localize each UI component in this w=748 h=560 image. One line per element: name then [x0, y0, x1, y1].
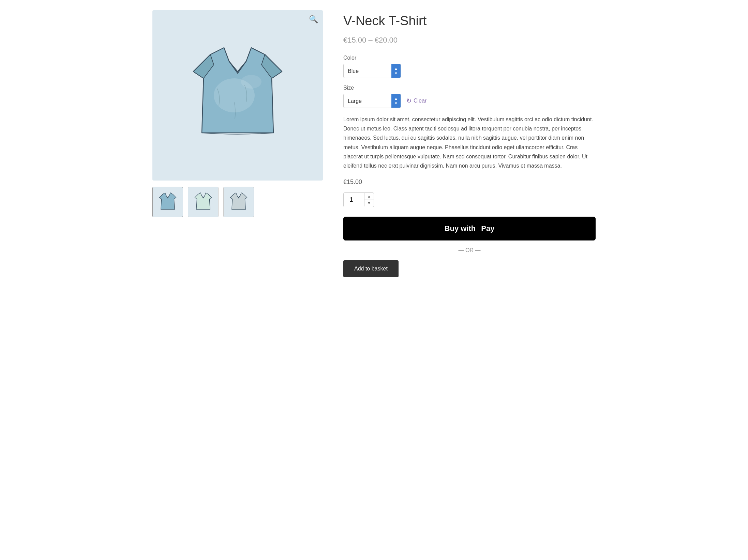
size-attribute: Size Small Medium Large X-Large ▲ ▼ ↻ [343, 85, 596, 108]
size-select-wrapper: Small Medium Large X-Large ▲ ▼ [343, 94, 401, 108]
size-down-arrow: ▼ [394, 101, 398, 105]
or-divider: — OR — [343, 247, 596, 253]
buy-with-label: Buy with [445, 224, 476, 233]
clear-label: Clear [414, 98, 427, 104]
thumbnail-1[interactable] [152, 187, 183, 217]
color-select-wrapper: Blue White Grey ▲ ▼ [343, 64, 401, 78]
size-row: Small Medium Large X-Large ▲ ▼ ↻ Clear [343, 94, 596, 108]
thumbnail-3[interactable] [223, 187, 254, 217]
product-info-section: V-Neck T-Shirt €15.00 – €20.00 Color Blu… [343, 10, 596, 277]
color-select-arrows[interactable]: ▲ ▼ [391, 64, 401, 78]
color-down-arrow: ▼ [394, 71, 398, 75]
thumbnails [152, 187, 323, 217]
svg-point-1 [241, 75, 261, 89]
clear-icon: ↻ [406, 97, 412, 105]
tshirt-illustration [183, 34, 292, 157]
product-price: €15.00 [343, 178, 596, 186]
color-select[interactable]: Blue White Grey [344, 65, 391, 77]
color-attribute: Color Blue White Grey ▲ ▼ [343, 55, 596, 78]
product-description: Lorem ipsum dolor sit amet, consectetur … [343, 115, 596, 170]
quantity-up-button[interactable]: ▲ [364, 193, 374, 200]
add-to-basket-button[interactable]: Add to basket [343, 260, 399, 277]
color-label: Color [343, 55, 596, 61]
size-select[interactable]: Small Medium Large X-Large [344, 95, 391, 107]
zoom-icon[interactable]: 🔍 [309, 15, 318, 24]
product-image-section: 🔍 [152, 10, 323, 277]
thumbnail-2[interactable] [188, 187, 219, 217]
quantity-down-button[interactable]: ▼ [364, 200, 374, 206]
buy-with-apple-pay-button[interactable]: Buy with Pay [343, 217, 596, 240]
product-title: V-Neck T-Shirt [343, 14, 596, 28]
quantity-arrows: ▲ ▼ [364, 193, 374, 206]
main-image: 🔍 [152, 10, 323, 181]
product-layout: 🔍 [152, 10, 596, 277]
pay-label: Pay [481, 224, 494, 233]
size-up-arrow: ▲ [394, 96, 398, 100]
size-select-arrows[interactable]: ▲ ▼ [391, 94, 401, 108]
quantity-wrapper: ▲ ▼ [343, 192, 374, 207]
size-label: Size [343, 85, 596, 91]
product-price-range: €15.00 – €20.00 [343, 36, 596, 45]
quantity-input[interactable] [344, 193, 364, 207]
color-up-arrow: ▲ [394, 66, 398, 71]
clear-button[interactable]: ↻ Clear [406, 97, 427, 105]
